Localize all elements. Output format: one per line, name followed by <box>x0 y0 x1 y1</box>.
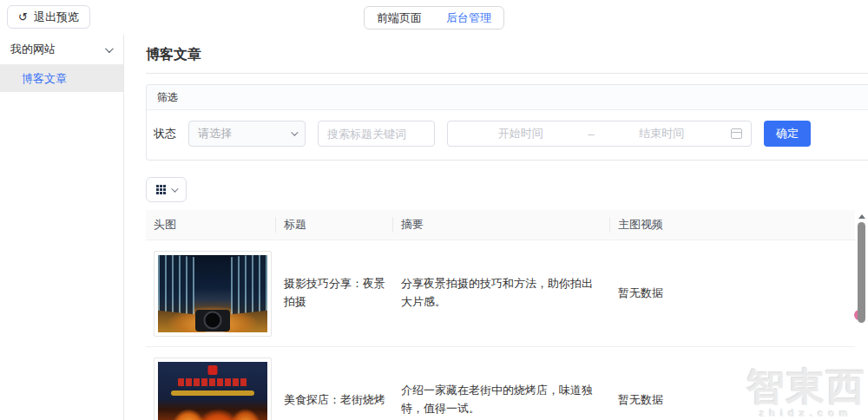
filter-panel-title: 筛选 <box>147 85 868 110</box>
filter-row: 状态 请选择 开始时间 – 结束时间 确定 <box>147 110 868 160</box>
status-select[interactable]: 请选择 <box>188 121 306 147</box>
table-row: 摄影技巧分享：夜景拍摄 分享夜景拍摄的技巧和方法，助你拍出大片感。 暂无数据 <box>146 240 855 347</box>
page-title: 博客文章 <box>146 46 868 64</box>
sidebar: 我的网站 博客文章 <box>0 35 124 420</box>
chevron-down-icon <box>105 44 114 53</box>
calendar-icon <box>731 128 742 139</box>
confirm-button[interactable]: 确定 <box>764 121 811 147</box>
sidebar-item-blog-articles[interactable]: 博客文章 <box>0 65 123 92</box>
filter-panel: 筛选 状态 请选择 开始时间 – 结束时间 确定 <box>146 84 868 161</box>
articles-table-zone: 头图 标题 摘要 主图视频 摄影技巧分享 <box>146 210 868 420</box>
top-bar: ↺ 退出预览 前端页面 后台管理 <box>0 0 868 35</box>
column-header-summary: 摘要 <box>393 217 610 233</box>
article-thumbnail-card <box>154 358 272 420</box>
scrollbar-thumb[interactable] <box>858 222 865 323</box>
column-header-title: 标题 <box>276 217 393 233</box>
tab-backend-admin[interactable]: 后台管理 <box>434 7 503 29</box>
night-city-camera-photo <box>158 255 267 332</box>
tab-frontend-page[interactable]: 前端页面 <box>365 7 434 29</box>
thumbnail-cell <box>146 251 276 337</box>
column-header-thumbnail: 头图 <box>146 217 276 233</box>
article-summary: 介绍一家藏在老街中的烧烤店，味道独特，值得一试。 <box>393 382 610 418</box>
page-title-wrap: 博客文章 <box>146 35 868 74</box>
view-switch-button[interactable] <box>146 177 187 202</box>
bbq-flames-poster <box>158 362 267 420</box>
undo-arrow-icon: ↺ <box>18 10 28 23</box>
table-row: 美食探店：老街烧烤 介绍一家藏在老街中的烧烤店，味道独特，值得一试。 暂无数据 <box>146 347 855 420</box>
article-video-status: 暂无数据 <box>610 285 855 303</box>
layout: 我的网站 博客文章 博客文章 筛选 状态 请选择 开始时间 – 结束时间 <box>0 35 868 420</box>
triangle-up-icon[interactable] <box>858 214 865 219</box>
article-summary: 分享夜景拍摄的技巧和方法，助你拍出大片感。 <box>393 275 610 312</box>
article-video-status: 暂无数据 <box>610 391 855 410</box>
article-thumbnail-card <box>154 251 272 337</box>
date-range-picker[interactable]: 开始时间 – 结束时间 <box>447 121 752 147</box>
status-label: 状态 <box>154 126 176 141</box>
thumbnail-cell <box>146 358 276 420</box>
chevron-down-icon <box>171 185 178 192</box>
status-select-placeholder: 请选择 <box>198 126 291 141</box>
table-vertical-scrollbar[interactable] <box>856 213 867 419</box>
main-content: 博客文章 筛选 状态 请选择 开始时间 – 结束时间 确定 <box>124 35 868 420</box>
keyword-search-input[interactable] <box>318 121 435 147</box>
article-title: 美食探店：老街烧烤 <box>276 391 393 410</box>
sidebar-group-my-website[interactable]: 我的网站 <box>0 35 123 65</box>
end-date-placeholder: 结束时间 <box>598 126 726 141</box>
exit-preview-label: 退出预览 <box>34 10 79 25</box>
table-header-row: 头图 标题 摘要 主图视频 <box>146 210 855 240</box>
chevron-down-icon <box>291 128 298 135</box>
article-title: 摄影技巧分享：夜景拍摄 <box>276 275 393 312</box>
grid-3x3-icon <box>156 185 166 194</box>
exit-preview-button[interactable]: ↺ 退出预览 <box>7 5 90 29</box>
start-date-placeholder: 开始时间 <box>457 126 584 141</box>
column-header-main-video: 主图视频 <box>610 217 855 233</box>
view-mode-switcher: 前端页面 后台管理 <box>364 6 504 30</box>
sidebar-group-label: 我的网站 <box>10 42 56 57</box>
date-range-separator: – <box>584 128 597 141</box>
articles-table: 头图 标题 摘要 主图视频 摄影技巧分享 <box>146 210 855 420</box>
